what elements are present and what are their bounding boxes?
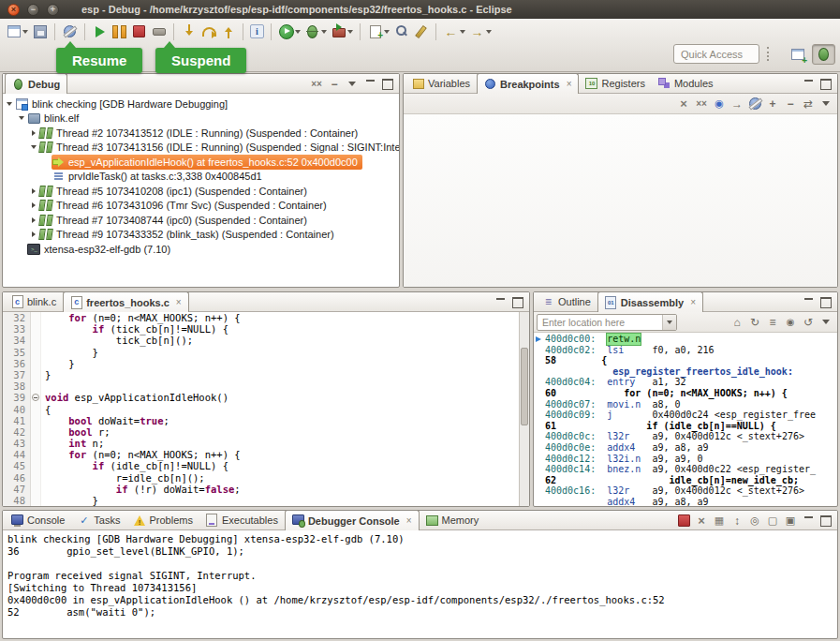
view-menu-button[interactable] bbox=[818, 314, 834, 330]
tab-console[interactable]: Console bbox=[5, 511, 71, 529]
editor-line[interactable]: 45 if (idle_cb[n]!=NULL) { bbox=[3, 460, 519, 471]
line-number[interactable]: 41 bbox=[3, 415, 31, 426]
editor-line[interactable]: 42 bool r; bbox=[3, 426, 519, 438]
editor-line[interactable]: 37} bbox=[3, 369, 519, 380]
disassembly-line[interactable]: 400d0c04: entry a1, 32 bbox=[534, 377, 837, 388]
line-number[interactable]: 37 bbox=[3, 369, 31, 380]
sync-button[interactable]: ↻ bbox=[746, 314, 763, 330]
maximize-button[interactable] bbox=[509, 294, 526, 310]
twisty-expanded-icon[interactable] bbox=[29, 142, 38, 152]
suspend-button[interactable] bbox=[110, 21, 129, 42]
terminate-button[interactable] bbox=[129, 21, 149, 42]
last-edit-button[interactable] bbox=[411, 21, 431, 42]
tab-debug[interactable]: Debug bbox=[5, 73, 67, 94]
line-number[interactable]: 34 bbox=[3, 335, 31, 346]
editor-scrollbar[interactable] bbox=[519, 312, 529, 507]
tree-row[interactable]: esp_vApplicationIdleHook() at freertos_h… bbox=[3, 155, 399, 170]
tab-disassembly[interactable]: Disassembly× bbox=[597, 291, 703, 312]
open-console-button[interactable]: ▣ bbox=[782, 513, 799, 529]
console-display-button[interactable]: ▢ bbox=[764, 513, 781, 529]
editor-line[interactable]: 40{ bbox=[3, 404, 519, 415]
twisty-expanded-icon[interactable] bbox=[5, 99, 14, 109]
back-button[interactable]: ← bbox=[441, 21, 467, 42]
home-button[interactable]: ⌂ bbox=[729, 314, 745, 330]
maximize-button[interactable] bbox=[379, 76, 396, 92]
disassembly-line[interactable]: 400d0c02: lsi f0, a0, 216 bbox=[534, 345, 837, 356]
remove-all-button[interactable]: ×× bbox=[693, 96, 710, 112]
external-tools-button[interactable] bbox=[329, 21, 355, 42]
tree-row[interactable]: Thread #2 1073413512 (IDLE : Running) (S… bbox=[3, 126, 399, 141]
disassembly-line[interactable]: addx4 a9, a8, a9 bbox=[534, 497, 837, 507]
line-number[interactable]: 38 bbox=[3, 380, 31, 392]
editor-line[interactable]: 34 tick_cb[n](); bbox=[3, 335, 519, 346]
tab-debugger-console[interactable]: Debugger Console× bbox=[285, 510, 420, 530]
collapse-all-button[interactable]: − bbox=[326, 76, 343, 92]
console-output[interactable]: blink checking [GDB Hardware Debugging] … bbox=[3, 530, 837, 637]
close-tab-icon[interactable]: × bbox=[406, 515, 412, 526]
line-number[interactable]: 32 bbox=[3, 312, 31, 323]
view-menu-button[interactable] bbox=[818, 96, 834, 112]
editor-line[interactable]: 47 if (!r) doWait=false; bbox=[3, 484, 519, 495]
location-combo-dropdown-icon[interactable] bbox=[662, 315, 676, 330]
link-with-debug-button[interactable]: ⇄ bbox=[800, 96, 817, 112]
disassembly-line[interactable]: 400d0c14: bnez.n a9, 0x400d0c22 <esp_reg… bbox=[534, 464, 837, 475]
tab-variables[interactable]: Variables bbox=[405, 74, 477, 93]
show-breakpoints-for-button[interactable]: ◉ bbox=[711, 96, 728, 112]
line-number[interactable]: 35 bbox=[3, 347, 31, 358]
disassembly-content[interactable]: 400d0c00: retw.n400d0c02: lsi f0, a0, 21… bbox=[534, 333, 837, 507]
step-over-button[interactable] bbox=[199, 21, 218, 42]
tree-row[interactable]: xtensa-esp32-elf-gdb (7.10) bbox=[3, 242, 399, 257]
skip-all-breakpoints-button[interactable] bbox=[746, 96, 763, 112]
editor-line[interactable]: 33 if (tick_cb[n]!=NULL) { bbox=[3, 323, 519, 335]
editor-line[interactable]: 38 bbox=[3, 380, 519, 392]
line-number[interactable]: 48 bbox=[3, 495, 31, 506]
tab-outline[interactable]: Outline bbox=[536, 292, 597, 311]
pin-button[interactable]: ◉ bbox=[782, 314, 799, 330]
editor-line[interactable]: 36 } bbox=[3, 358, 519, 369]
minimize-button[interactable] bbox=[800, 76, 817, 92]
toolbar-drag-handle[interactable] bbox=[767, 47, 771, 61]
tree-row[interactable]: prvIdleTask() at tasks.c:3,338 0x400845d… bbox=[3, 170, 399, 185]
fold-marker[interactable] bbox=[31, 392, 41, 403]
line-number[interactable]: 40 bbox=[3, 404, 31, 415]
disassembly-line[interactable]: 400d0c09: j 0x400d0c24 <esp_register_fre… bbox=[534, 410, 837, 421]
remove-launch-button[interactable]: × bbox=[693, 513, 710, 529]
tree-row[interactable]: blink.elf bbox=[3, 112, 399, 127]
minimize-button[interactable] bbox=[361, 76, 378, 92]
disassembly-line[interactable]: 62 idle_cb[n]=new_idle_cb; bbox=[534, 475, 837, 486]
twisty-collapsed-icon[interactable] bbox=[29, 186, 38, 196]
debug-perspective-button[interactable] bbox=[812, 44, 835, 65]
debug-button[interactable] bbox=[302, 21, 329, 42]
maximize-window-button[interactable]: + bbox=[47, 4, 59, 16]
line-number[interactable]: 42 bbox=[3, 426, 31, 438]
editor-line[interactable]: 46 r=idle_cb[n](); bbox=[3, 472, 519, 484]
tab-tasks[interactable]: Tasks bbox=[71, 511, 126, 529]
maximize-button[interactable] bbox=[818, 513, 834, 529]
disassembly-line[interactable]: 58 { bbox=[534, 355, 837, 366]
forward-button[interactable]: → bbox=[467, 21, 494, 42]
tab-blink-c[interactable]: blink.c bbox=[5, 292, 63, 311]
collapse-all-button[interactable]: − bbox=[782, 96, 799, 112]
editor-scrollbar-thumb[interactable] bbox=[521, 348, 528, 426]
close-window-button[interactable]: × bbox=[7, 4, 20, 16]
tab-freertos-hooks-c[interactable]: freertos_hooks.c× bbox=[63, 291, 189, 312]
open-perspective-button[interactable] bbox=[786, 44, 809, 65]
line-number[interactable]: 44 bbox=[3, 449, 31, 460]
disassembly-line[interactable]: 60 for (n=0; n<MAX_HOOKS; n++) { bbox=[534, 388, 837, 399]
refresh-button[interactable]: ↺ bbox=[800, 314, 817, 330]
run-button[interactable] bbox=[276, 21, 302, 42]
tree-row[interactable]: Thread #6 1073431096 (Tmr Svc) (Suspende… bbox=[3, 199, 399, 214]
disassembly-line[interactable]: 400d0c00: retw.n bbox=[534, 334, 837, 345]
line-number[interactable]: 45 bbox=[3, 460, 31, 471]
titlebar[interactable]: × − + esp - Debug - /home/krzysztof/esp/… bbox=[0, 0, 840, 19]
editor-line[interactable]: 35 } bbox=[3, 347, 519, 358]
minimize-button[interactable] bbox=[800, 294, 817, 310]
line-number[interactable]: 46 bbox=[3, 472, 31, 484]
editor-line[interactable]: 43 int n; bbox=[3, 438, 519, 449]
expand-all-button[interactable]: + bbox=[764, 96, 781, 112]
maximize-button[interactable] bbox=[818, 76, 834, 92]
twisty-expanded-icon[interactable] bbox=[17, 113, 26, 123]
instruction-stepping-button[interactable] bbox=[248, 21, 266, 42]
tree-row[interactable]: blink checking [GDB Hardware Debugging] bbox=[3, 97, 399, 112]
close-tab-icon[interactable]: × bbox=[176, 297, 182, 307]
